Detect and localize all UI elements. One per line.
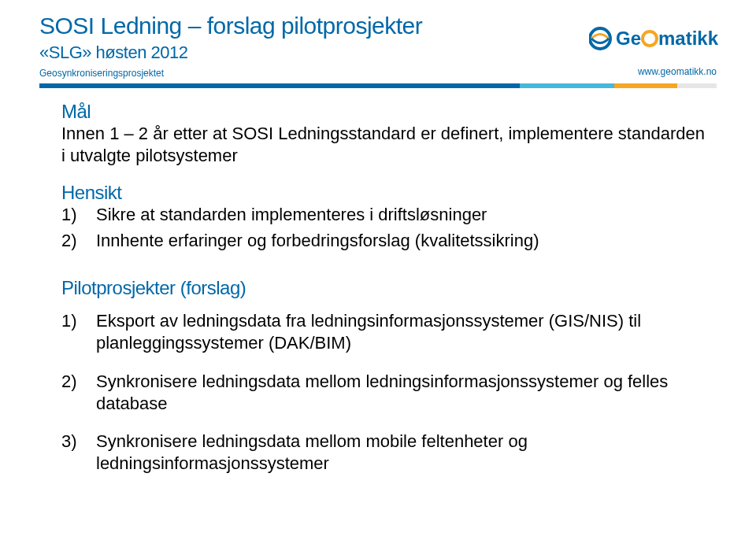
list-text: Synkronisere ledningsdata mellom ledning… [96,371,709,415]
accent-bar [39,83,717,88]
list-number: 2) [61,371,96,415]
list-item: 1) Sikre at standarden implementeres i d… [61,204,709,227]
section-heading-maal: Mål [61,101,709,123]
meta-left: Geosynkroniseringsprosjektet [39,68,164,79]
svg-text:Ge: Ge [616,28,641,49]
accent-seg [614,83,677,88]
list-text: Sikre at standarden implementeres i drif… [96,204,487,227]
list-item: 3) Synkronisere ledningsdata mellom mobi… [61,431,709,475]
slide: SOSI Ledning – forslag pilotprosjekter «… [0,0,756,536]
meta-row: Geosynkroniseringsprosjektet [39,68,717,79]
list-number: 1) [61,310,96,354]
svg-text:matikk: matikk [658,28,719,49]
section-heading-pilot: Pilotprosjekter (forslag) [61,277,709,299]
accent-seg [520,83,614,88]
maal-text: Innen 1 – 2 år etter at SOSI Ledningssta… [61,123,709,166]
list-text: Innhente erfaringer og forbedringsforsla… [96,230,539,253]
list-number: 1) [61,204,96,227]
geomatikk-logo: Ge matikk [589,22,723,58]
content: Mål Innen 1 – 2 år etter at SOSI Ledning… [39,101,717,475]
list-item: 2) Innhente erfaringer og forbedringsfor… [61,230,709,253]
list-text: Synkronisere ledningsdata mellom mobile … [96,431,709,475]
list-number: 2) [61,230,96,253]
section-heading-hensikt: Hensikt [61,182,709,204]
list-number: 3) [61,431,96,475]
svg-point-2 [643,31,657,46]
hensikt-list: 1) Sikre at standarden implementeres i d… [61,204,709,252]
accent-seg [677,83,717,88]
list-item: 2) Synkronisere ledningsdata mellom ledn… [61,371,709,415]
accent-seg [39,83,520,88]
pilot-list: 1) Eksport av ledningsdata fra ledningsi… [61,310,709,475]
list-item: 1) Eksport av ledningsdata fra ledningsi… [61,310,709,354]
list-text: Eksport av ledningsdata fra ledningsinfo… [96,310,709,354]
meta-right-url: www.geomatikk.no [638,66,717,77]
